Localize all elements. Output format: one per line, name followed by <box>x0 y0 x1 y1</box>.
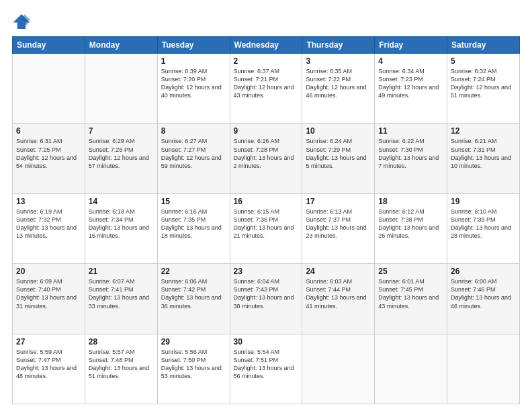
cell-day-number: 6 <box>16 126 81 136</box>
cell-info-text: Sunrise: 5:57 AM Sunset: 7:48 PM Dayligh… <box>89 348 154 381</box>
week-row-3: 13Sunrise: 6:19 AM Sunset: 7:32 PM Dayli… <box>13 193 520 263</box>
cell-info-text: Sunrise: 6:13 AM Sunset: 7:37 PM Dayligh… <box>306 208 371 240</box>
cell-day-number: 1 <box>161 56 226 66</box>
weekday-header-wednesday: Wednesday <box>230 37 302 54</box>
weekday-header-tuesday: Tuesday <box>157 37 230 54</box>
cell-day-number: 30 <box>234 337 299 347</box>
calendar-cell: 17Sunrise: 6:13 AM Sunset: 7:37 PM Dayli… <box>302 193 375 263</box>
logo <box>12 12 34 31</box>
calendar-cell: 8Sunrise: 6:27 AM Sunset: 7:27 PM Daylig… <box>157 124 230 193</box>
cell-day-number: 7 <box>89 126 154 136</box>
cell-info-text: Sunrise: 6:35 AM Sunset: 7:22 PM Dayligh… <box>306 67 371 100</box>
calendar-cell: 15Sunrise: 6:16 AM Sunset: 7:35 PM Dayli… <box>157 193 230 263</box>
cell-day-number: 18 <box>378 197 443 206</box>
cell-day-number: 29 <box>161 337 226 347</box>
calendar-cell: 22Sunrise: 6:06 AM Sunset: 7:42 PM Dayli… <box>157 264 230 334</box>
cell-info-text: Sunrise: 6:07 AM Sunset: 7:41 PM Dayligh… <box>89 277 154 310</box>
calendar-cell: 11Sunrise: 6:22 AM Sunset: 7:30 PM Dayli… <box>375 124 447 193</box>
cell-day-number: 16 <box>234 197 299 206</box>
cell-info-text: Sunrise: 6:26 AM Sunset: 7:28 PM Dayligh… <box>234 137 299 170</box>
cell-day-number: 9 <box>234 126 299 136</box>
cell-day-number: 2 <box>234 56 299 66</box>
cell-day-number: 3 <box>306 56 371 66</box>
calendar-cell: 13Sunrise: 6:19 AM Sunset: 7:32 PM Dayli… <box>13 193 85 263</box>
cell-info-text: Sunrise: 6:12 AM Sunset: 7:38 PM Dayligh… <box>378 208 443 240</box>
cell-day-number: 23 <box>234 267 299 276</box>
calendar-table: SundayMondayTuesdayWednesdayThursdayFrid… <box>12 36 520 404</box>
page: SundayMondayTuesdayWednesdayThursdayFrid… <box>0 0 532 411</box>
calendar-cell <box>13 54 85 124</box>
calendar-cell: 19Sunrise: 6:10 AM Sunset: 7:39 PM Dayli… <box>447 193 520 263</box>
cell-day-number: 5 <box>451 56 516 66</box>
cell-day-number: 20 <box>16 267 81 276</box>
header <box>12 12 520 31</box>
cell-day-number: 15 <box>161 197 226 206</box>
calendar-cell <box>85 54 157 124</box>
cell-info-text: Sunrise: 6:21 AM Sunset: 7:31 PM Dayligh… <box>451 137 516 170</box>
cell-info-text: Sunrise: 6:09 AM Sunset: 7:40 PM Dayligh… <box>16 277 81 310</box>
calendar-cell: 9Sunrise: 6:26 AM Sunset: 7:28 PM Daylig… <box>230 124 302 193</box>
cell-day-number: 17 <box>306 197 371 206</box>
cell-info-text: Sunrise: 6:04 AM Sunset: 7:43 PM Dayligh… <box>234 277 299 310</box>
calendar-cell <box>302 334 375 404</box>
calendar-cell: 24Sunrise: 6:03 AM Sunset: 7:44 PM Dayli… <box>302 264 375 334</box>
weekday-header-monday: Monday <box>85 37 157 54</box>
weekday-header-saturday: Saturday <box>447 37 520 54</box>
cell-info-text: Sunrise: 6:18 AM Sunset: 7:34 PM Dayligh… <box>89 208 154 240</box>
cell-info-text: Sunrise: 6:15 AM Sunset: 7:36 PM Dayligh… <box>234 208 299 240</box>
calendar-cell: 25Sunrise: 6:01 AM Sunset: 7:45 PM Dayli… <box>375 264 447 334</box>
cell-info-text: Sunrise: 6:27 AM Sunset: 7:27 PM Dayligh… <box>161 137 226 170</box>
cell-day-number: 11 <box>378 126 443 136</box>
cell-day-number: 27 <box>16 337 81 347</box>
calendar-cell: 5Sunrise: 6:32 AM Sunset: 7:24 PM Daylig… <box>447 54 520 124</box>
calendar-cell: 28Sunrise: 5:57 AM Sunset: 7:48 PM Dayli… <box>85 334 157 404</box>
cell-day-number: 28 <box>89 337 154 347</box>
calendar-cell: 2Sunrise: 6:37 AM Sunset: 7:21 PM Daylig… <box>230 54 302 124</box>
calendar-cell: 26Sunrise: 6:00 AM Sunset: 7:46 PM Dayli… <box>447 264 520 334</box>
cell-info-text: Sunrise: 6:01 AM Sunset: 7:45 PM Dayligh… <box>378 277 443 310</box>
cell-info-text: Sunrise: 6:39 AM Sunset: 7:20 PM Dayligh… <box>161 67 226 100</box>
calendar-cell: 18Sunrise: 6:12 AM Sunset: 7:38 PM Dayli… <box>375 193 447 263</box>
cell-day-number: 10 <box>306 126 371 136</box>
cell-day-number: 19 <box>451 197 516 206</box>
weekday-header-row: SundayMondayTuesdayWednesdayThursdayFrid… <box>13 37 520 54</box>
cell-info-text: Sunrise: 6:34 AM Sunset: 7:23 PM Dayligh… <box>378 67 443 100</box>
cell-info-text: Sunrise: 6:00 AM Sunset: 7:46 PM Dayligh… <box>451 277 516 310</box>
calendar-cell: 12Sunrise: 6:21 AM Sunset: 7:31 PM Dayli… <box>447 124 520 193</box>
cell-day-number: 24 <box>306 267 371 276</box>
calendar-cell: 6Sunrise: 6:31 AM Sunset: 7:25 PM Daylig… <box>13 124 85 193</box>
cell-day-number: 22 <box>161 267 226 276</box>
cell-day-number: 25 <box>378 267 443 276</box>
cell-info-text: Sunrise: 5:59 AM Sunset: 7:47 PM Dayligh… <box>16 348 81 381</box>
calendar-cell: 10Sunrise: 6:24 AM Sunset: 7:29 PM Dayli… <box>302 124 375 193</box>
week-row-4: 20Sunrise: 6:09 AM Sunset: 7:40 PM Dayli… <box>13 264 520 334</box>
calendar-cell: 1Sunrise: 6:39 AM Sunset: 7:20 PM Daylig… <box>157 54 230 124</box>
calendar-cell: 7Sunrise: 6:29 AM Sunset: 7:26 PM Daylig… <box>85 124 157 193</box>
cell-info-text: Sunrise: 6:32 AM Sunset: 7:24 PM Dayligh… <box>451 67 516 100</box>
week-row-5: 27Sunrise: 5:59 AM Sunset: 7:47 PM Dayli… <box>13 334 520 404</box>
week-row-2: 6Sunrise: 6:31 AM Sunset: 7:25 PM Daylig… <box>13 124 520 193</box>
cell-day-number: 8 <box>161 126 226 136</box>
cell-info-text: Sunrise: 6:22 AM Sunset: 7:30 PM Dayligh… <box>378 137 443 170</box>
calendar-cell: 30Sunrise: 5:54 AM Sunset: 7:51 PM Dayli… <box>230 334 302 404</box>
cell-day-number: 4 <box>378 56 443 66</box>
cell-info-text: Sunrise: 6:03 AM Sunset: 7:44 PM Dayligh… <box>306 277 371 310</box>
cell-info-text: Sunrise: 6:19 AM Sunset: 7:32 PM Dayligh… <box>16 208 81 240</box>
weekday-header-friday: Friday <box>375 37 447 54</box>
calendar-cell: 21Sunrise: 6:07 AM Sunset: 7:41 PM Dayli… <box>85 264 157 334</box>
cell-day-number: 26 <box>451 267 516 276</box>
logo-icon <box>12 12 31 31</box>
calendar-cell <box>375 334 447 404</box>
cell-info-text: Sunrise: 6:29 AM Sunset: 7:26 PM Dayligh… <box>89 137 154 170</box>
cell-day-number: 21 <box>89 267 154 276</box>
calendar-cell: 27Sunrise: 5:59 AM Sunset: 7:47 PM Dayli… <box>13 334 85 404</box>
calendar-cell: 14Sunrise: 6:18 AM Sunset: 7:34 PM Dayli… <box>85 193 157 263</box>
weekday-header-sunday: Sunday <box>13 37 85 54</box>
calendar-cell: 23Sunrise: 6:04 AM Sunset: 7:43 PM Dayli… <box>230 264 302 334</box>
cell-day-number: 14 <box>89 197 154 206</box>
cell-info-text: Sunrise: 5:54 AM Sunset: 7:51 PM Dayligh… <box>234 348 299 381</box>
cell-info-text: Sunrise: 5:56 AM Sunset: 7:50 PM Dayligh… <box>161 348 226 381</box>
cell-info-text: Sunrise: 6:24 AM Sunset: 7:29 PM Dayligh… <box>306 137 371 170</box>
week-row-1: 1Sunrise: 6:39 AM Sunset: 7:20 PM Daylig… <box>13 54 520 124</box>
calendar-cell <box>447 334 520 404</box>
